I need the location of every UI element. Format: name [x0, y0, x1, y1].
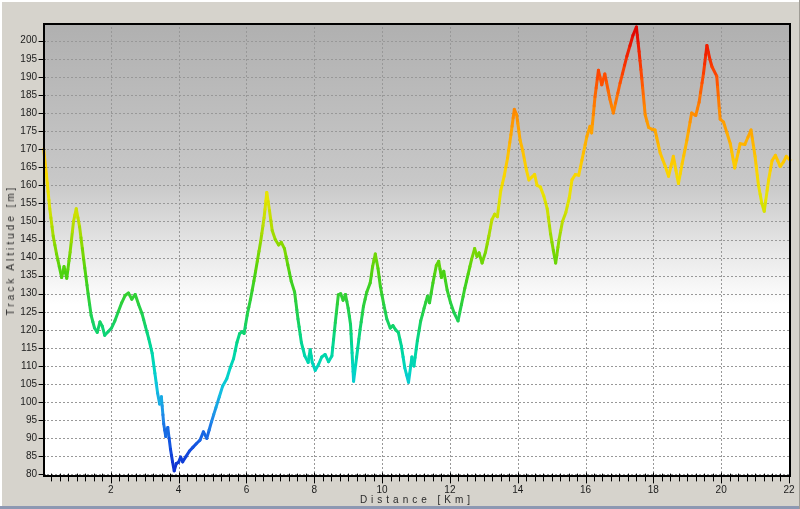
y-axis-title: Track Altitude [m]	[5, 185, 16, 316]
x-axis-title: Distance [Km]	[360, 494, 474, 505]
elevation-chart-canvas	[0, 0, 800, 509]
elevation-profile-window: Track Altitude [m] Distance [Km]	[0, 0, 800, 509]
